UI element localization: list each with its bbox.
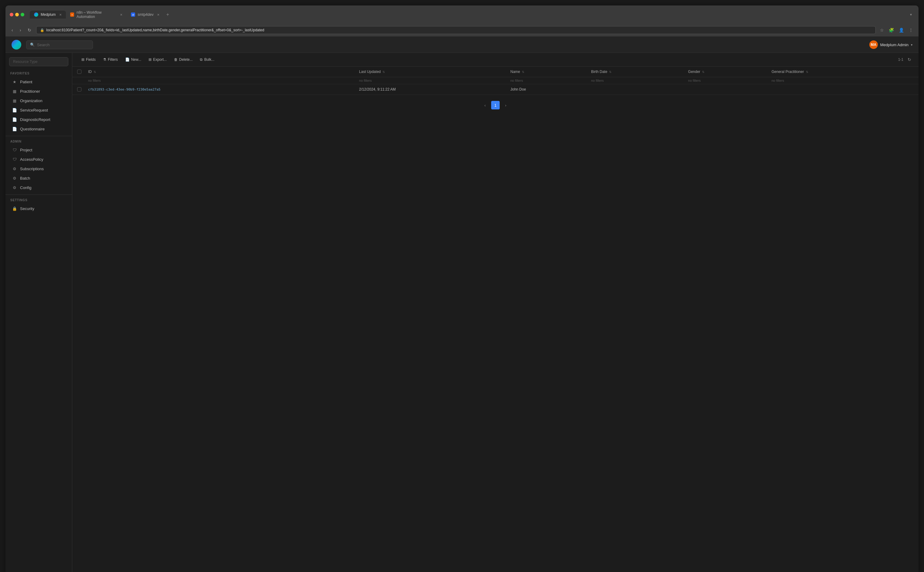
service-request-icon: 📄 bbox=[12, 107, 17, 112]
col-gp-label: General Practitioner bbox=[772, 70, 804, 74]
new-button[interactable]: 📄 New... bbox=[122, 56, 144, 63]
app-logo-search: 🔍 bbox=[12, 40, 93, 50]
filter-row: no filters no filters no filters no filt… bbox=[72, 77, 919, 84]
delete-icon: 🗑 bbox=[174, 58, 178, 62]
app-logo[interactable] bbox=[12, 40, 21, 50]
sidebar-item-diagnostic-report[interactable]: 📄 DiagnosticReport bbox=[7, 115, 70, 124]
search-icon: 🔍 bbox=[30, 42, 35, 47]
col-id-sort-icon[interactable]: ⇅ bbox=[93, 70, 96, 73]
table-container: ID ⇅ Last Updated ⇅ bbox=[72, 67, 919, 572]
user-menu-chevron-icon[interactable]: ▾ bbox=[911, 43, 912, 47]
sidebar-item-questionnaire[interactable]: 📄 Questionnaire bbox=[7, 124, 70, 134]
search-input[interactable] bbox=[37, 42, 86, 47]
sidebar-item-patient[interactable]: ★ Patient bbox=[7, 77, 70, 86]
col-gender-label: Gender bbox=[688, 70, 700, 74]
bulk-label: Bulk... bbox=[204, 58, 214, 62]
search-box[interactable]: 🔍 bbox=[26, 40, 93, 49]
col-id-label: ID bbox=[88, 70, 92, 74]
sidebar-item-access-policy-label: AccessPolicy bbox=[20, 157, 43, 162]
pagination-prev-button[interactable]: ‹ bbox=[481, 101, 489, 109]
profile-button[interactable]: 👤 bbox=[898, 27, 905, 33]
col-name-sort-icon[interactable]: ⇅ bbox=[522, 70, 524, 73]
new-label: New... bbox=[131, 58, 141, 62]
address-bar[interactable]: 🔒 localhost:8100/Patient?_count=20&_fiel… bbox=[36, 26, 876, 34]
col-birth-date-sort-icon[interactable]: ⇅ bbox=[609, 70, 611, 73]
delete-button[interactable]: 🗑 Delete... bbox=[171, 56, 196, 63]
user-avatar: MA bbox=[869, 40, 878, 49]
browser-window: Medplum ✕ n n8n – Workflow Automation ✕ … bbox=[5, 5, 919, 572]
pagination: ‹ 1 › bbox=[72, 95, 919, 115]
bookmark-button[interactable]: ☆ bbox=[879, 27, 885, 33]
close-window-btn[interactable] bbox=[10, 13, 13, 16]
delete-label: Delete... bbox=[179, 58, 193, 62]
pagination-page-1-button[interactable]: 1 bbox=[491, 101, 500, 109]
filter-id-cell: no filters bbox=[84, 77, 355, 84]
sidebar-item-subscriptions[interactable]: ⚙ Subscriptions bbox=[7, 164, 70, 173]
minimize-window-btn[interactable] bbox=[15, 13, 19, 16]
maximize-window-btn[interactable] bbox=[21, 13, 24, 16]
tab-medplum[interactable]: Medplum ✕ bbox=[30, 11, 66, 19]
row-checkbox[interactable] bbox=[77, 87, 81, 92]
resource-type-input[interactable] bbox=[9, 57, 68, 66]
sidebar-item-project-label: Project bbox=[20, 148, 32, 152]
tab-medplum-close[interactable]: ✕ bbox=[59, 13, 62, 16]
app-header-right: MA Medplum Admin ▾ bbox=[869, 40, 912, 49]
select-all-checkbox[interactable] bbox=[77, 70, 81, 74]
browser-back-button[interactable]: ‹ bbox=[10, 27, 15, 33]
browser-menu-button[interactable]: ⋮ bbox=[908, 27, 914, 33]
refresh-button[interactable]: ↻ bbox=[906, 56, 912, 63]
user-initials: MA bbox=[871, 42, 876, 47]
sidebar-item-security-label: Security bbox=[20, 207, 34, 211]
medplum-favicon bbox=[34, 12, 38, 17]
app-header: 🔍 MA Medplum Admin ▾ bbox=[5, 37, 919, 53]
tabs-bar: Medplum ✕ n n8n – Workflow Automation ✕ … bbox=[30, 8, 914, 21]
filters-button[interactable]: ⚗ Filters bbox=[100, 56, 121, 63]
extensions-button[interactable]: 🧩 bbox=[888, 27, 895, 33]
export-button[interactable]: ⊞ Export... bbox=[146, 56, 170, 63]
filters-label: Filters bbox=[108, 58, 118, 62]
sidebar-item-service-request[interactable]: 📄 ServiceRequest bbox=[7, 106, 70, 115]
browser-titlebar: Medplum ✕ n n8n – Workflow Automation ✕ … bbox=[5, 5, 919, 24]
user-name-label[interactable]: Medplum Admin bbox=[880, 42, 908, 47]
row-checkbox-cell bbox=[72, 84, 84, 95]
bulk-button[interactable]: ⧉ Bulk... bbox=[197, 56, 217, 63]
table-row[interactable]: cfb31893-c3ed-43ee-90b9-f230e5aa27a5 2/1… bbox=[72, 84, 919, 95]
sidebar-item-service-request-label: ServiceRequest bbox=[20, 108, 48, 112]
col-name-label: Name bbox=[510, 70, 520, 74]
col-gp-sort-icon[interactable]: ⇅ bbox=[806, 70, 808, 73]
tab-n8n[interactable]: n n8n – Workflow Automation ✕ bbox=[66, 8, 127, 21]
sidebar-item-access-policy[interactable]: 🛡 AccessPolicy bbox=[7, 155, 70, 164]
browser-reload-button[interactable]: ↻ bbox=[26, 27, 33, 33]
sidebar-item-batch[interactable]: ⚙ Batch bbox=[7, 174, 70, 183]
col-gender-sort-icon[interactable]: ⇅ bbox=[702, 70, 704, 73]
col-last-updated-sort-icon[interactable]: ⇅ bbox=[383, 70, 385, 73]
filter-name-cell: no filters bbox=[506, 77, 587, 84]
filter-checkbox-cell bbox=[72, 77, 84, 84]
smtp4dev-favicon: @ bbox=[131, 12, 135, 17]
sidebar: FAVORITES ★ Patient ▦ Practitioner ▦ Org… bbox=[5, 53, 72, 572]
resource-type-input-wrap bbox=[5, 57, 72, 70]
sidebar-item-organization[interactable]: ▦ Organization bbox=[7, 96, 70, 105]
tab-smtp4dev[interactable]: @ smtp4dev ✕ bbox=[127, 11, 164, 19]
subscriptions-icon: ⚙ bbox=[12, 166, 17, 171]
n8n-favicon: n bbox=[70, 12, 74, 17]
sidebar-item-practitioner[interactable]: ▦ Practitioner bbox=[7, 87, 70, 96]
browser-forward-button[interactable]: › bbox=[18, 27, 23, 33]
sidebar-item-config[interactable]: ⚙ Config bbox=[7, 183, 70, 192]
tab-smtp4dev-close[interactable]: ✕ bbox=[157, 13, 160, 16]
sidebar-item-diagnostic-report-label: DiagnosticReport bbox=[20, 117, 50, 122]
fields-button[interactable]: ⊞ Fields bbox=[78, 56, 99, 63]
star-icon: ★ bbox=[12, 79, 17, 84]
batch-icon: ⚙ bbox=[12, 176, 17, 180]
col-header-last-updated: Last Updated ⇅ bbox=[355, 67, 506, 77]
sidebar-item-project[interactable]: 🛡 Project bbox=[7, 145, 70, 154]
pagination-next-button[interactable]: › bbox=[501, 101, 510, 109]
tabs-dropdown-button[interactable]: ▾ bbox=[908, 11, 914, 18]
sidebar-item-security[interactable]: 🔒 Security bbox=[7, 204, 70, 213]
sidebar-divider-admin bbox=[5, 136, 72, 136]
col-header-id: ID ⇅ bbox=[84, 67, 355, 77]
new-tab-button[interactable]: + bbox=[164, 11, 171, 18]
tab-n8n-close[interactable]: ✕ bbox=[120, 13, 122, 16]
sidebar-item-practitioner-label: Practitioner bbox=[20, 89, 40, 93]
sidebar-item-batch-label: Batch bbox=[20, 176, 30, 180]
